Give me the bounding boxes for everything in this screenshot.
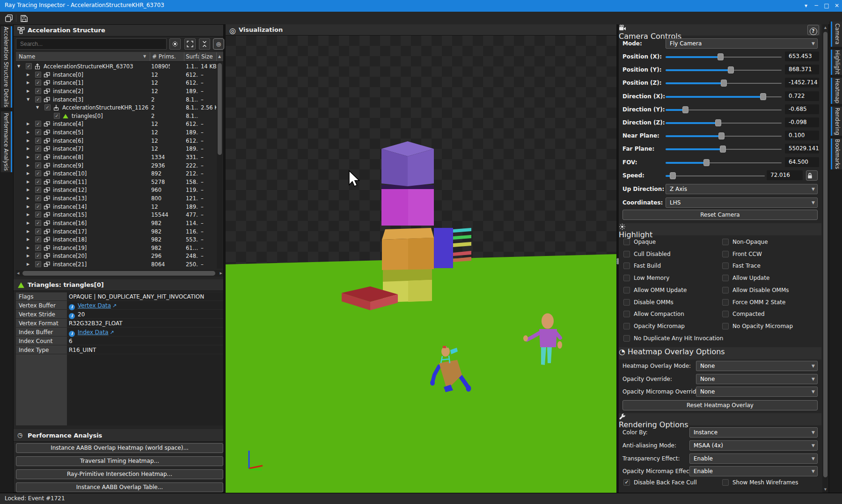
tree-checkbox[interactable]: ✓	[35, 195, 41, 201]
checkbox[interactable]	[722, 323, 729, 329]
expander-icon[interactable]: ▶	[27, 237, 29, 241]
tree-row[interactable]: ▶✓instance[0]12612…–	[14, 71, 216, 79]
checkbox[interactable]	[623, 311, 630, 317]
expander-icon[interactable]: ▶	[27, 262, 29, 266]
expander-icon[interactable]: ▶	[27, 73, 29, 77]
tree-checkbox[interactable]: ✓	[44, 104, 51, 110]
tree-checkbox[interactable]: ✓	[35, 170, 41, 176]
slider-value[interactable]: 0.100	[785, 131, 819, 140]
expander-icon[interactable]: ▶	[27, 221, 29, 225]
tree-row[interactable]: ▶✓instance[12]960119…–	[14, 186, 216, 194]
tree-row[interactable]: ▶✓instance[10]892212…–	[14, 169, 216, 178]
checkbox[interactable]	[722, 299, 729, 306]
tree-checkbox[interactable]: ✓	[35, 261, 41, 267]
option-select[interactable]: None▼	[696, 361, 818, 371]
checkbox[interactable]	[722, 287, 729, 293]
info-icon[interactable]: i	[69, 313, 75, 319]
tree-checkbox[interactable]: ✓	[35, 146, 41, 152]
expander-icon[interactable]: ▶	[27, 229, 29, 234]
expander-icon[interactable]: ▶	[27, 130, 29, 134]
option-select[interactable]: Instance▼	[689, 427, 818, 438]
maximize-icon[interactable]: □	[821, 0, 832, 12]
expander-icon[interactable]: ▼	[17, 64, 20, 68]
tree-row[interactable]: ▶✓instance[8]1334331…–	[14, 153, 216, 161]
tab-rendering[interactable]: Rendering	[831, 107, 842, 136]
checkbox[interactable]	[623, 263, 630, 269]
tab-acceleration-structure-details[interactable]: Acceleration Structure Details	[1, 26, 12, 108]
copy-icon[interactable]	[5, 14, 14, 22]
scroll-left-icon[interactable]: ◀	[17, 271, 19, 275]
option-select[interactable]: MSAA (4x)▼	[689, 440, 818, 451]
expander-icon[interactable]: ▼	[36, 105, 39, 110]
sort-desc-icon[interactable]: ▼	[143, 52, 146, 61]
tree-row[interactable]: ▶✓instance[13]800121…–	[14, 194, 216, 203]
tree-checkbox[interactable]: ✓	[35, 162, 41, 168]
tree-row[interactable]: ▶✓instance[6]12612…–	[14, 137, 216, 145]
expander-icon[interactable]: ▶	[27, 246, 29, 250]
expander-icon[interactable]: ▶	[27, 188, 29, 192]
tree-row[interactable]: ✓triangles[0]28.1…	[14, 112, 216, 120]
slider-handle[interactable]	[703, 159, 710, 166]
checkbox[interactable]	[623, 239, 630, 245]
slider-value[interactable]: 64.500	[785, 157, 819, 167]
expander-icon[interactable]: ▶	[27, 89, 29, 93]
tree-checkbox[interactable]: ✓	[35, 228, 41, 234]
scroll-right-icon[interactable]: ▶	[220, 271, 222, 275]
tree-row[interactable]: ▼✓AccelerationStructureKHR_637031089051.…	[14, 62, 216, 71]
checkbox[interactable]	[722, 263, 729, 269]
checkbox[interactable]	[722, 239, 729, 245]
slider-value[interactable]: -1452.714	[785, 78, 819, 88]
slider-0[interactable]	[666, 57, 782, 58]
tree-checkbox[interactable]: ✓	[35, 80, 41, 86]
tab-performance-analysis[interactable]: Performance Analysis	[1, 111, 12, 172]
checkbox[interactable]	[623, 251, 630, 257]
tree-row[interactable]: ▼✓AccelerationStructureKHR_1126028.1…2.5…	[14, 103, 216, 112]
save-icon[interactable]	[20, 14, 29, 22]
tree-checkbox[interactable]: ✓	[35, 121, 41, 127]
speed-lock-button[interactable]	[806, 170, 818, 181]
tree-row[interactable]: ▶✓instance[19]98261…–	[14, 244, 216, 252]
reset-heatmap-button[interactable]: Reset Heatmap Overlay	[622, 400, 818, 410]
tree-row[interactable]: ▶✓instance[1]12612…–	[14, 79, 216, 87]
tree-checkbox[interactable]: ✓	[35, 245, 41, 251]
external-link-icon[interactable]: ↗	[112, 303, 117, 309]
tree-checkbox[interactable]: ✓	[35, 212, 41, 218]
tree-checkbox[interactable]: ✓	[35, 179, 41, 185]
slider-1[interactable]	[666, 70, 782, 71]
expander-icon[interactable]: ▶	[27, 163, 29, 168]
tree-checkbox[interactable]: ✓	[26, 63, 32, 69]
slider-handle[interactable]	[718, 132, 725, 139]
checkbox[interactable]	[722, 275, 729, 281]
mode-select[interactable]: Fly Camera▼	[666, 38, 818, 49]
expander-icon[interactable]: ▶	[27, 146, 29, 151]
slider-handle[interactable]	[720, 146, 726, 153]
slider-value[interactable]: 55029.141	[785, 144, 819, 153]
tree-vertical-scrollbar[interactable]	[217, 62, 223, 269]
tree-checkbox[interactable]: ✓	[54, 113, 60, 119]
column-size[interactable]: Size	[201, 52, 213, 61]
tree-horizontal-scrollbar[interactable]: ◀ ▶	[16, 270, 223, 277]
buffer-data-link[interactable]: Vertex Data	[78, 302, 111, 309]
expander-icon[interactable]: ▶	[27, 80, 29, 85]
checkbox[interactable]	[722, 311, 729, 317]
tree-row[interactable]: ▶✓instance[20]296248…–	[14, 252, 216, 260]
slider-5[interactable]	[666, 123, 782, 124]
option-select[interactable]: None▼	[696, 387, 818, 397]
slider-handle[interactable]	[682, 106, 688, 113]
info-icon[interactable]: i	[69, 304, 75, 310]
tree-checkbox[interactable]: ✓	[35, 204, 41, 210]
tree-row[interactable]: ▶✓instance[15]15544477…–	[14, 211, 216, 219]
help-button[interactable]: ?	[807, 25, 819, 35]
performance-button[interactable]: Instance AABB Overlap Heatmap (world spa…	[16, 443, 223, 453]
speed-slider[interactable]	[666, 175, 765, 176]
tab-heatmap[interactable]: Heatmap	[831, 78, 842, 104]
tree-row[interactable]: ▶✓instance[14]12189…–	[14, 203, 216, 211]
checkbox[interactable]	[623, 275, 630, 281]
tree-row[interactable]: ▼✓instance[3]28.1…–	[14, 95, 216, 104]
expander-icon[interactable]: ▶	[27, 171, 29, 175]
tree-row[interactable]: ▶✓instance[9]2936222…–	[14, 161, 216, 170]
slider-value[interactable]: 868.371	[785, 65, 819, 74]
tree-checkbox[interactable]: ✓	[35, 220, 41, 226]
search-input[interactable]	[16, 38, 167, 50]
checkbox[interactable]	[623, 299, 630, 306]
